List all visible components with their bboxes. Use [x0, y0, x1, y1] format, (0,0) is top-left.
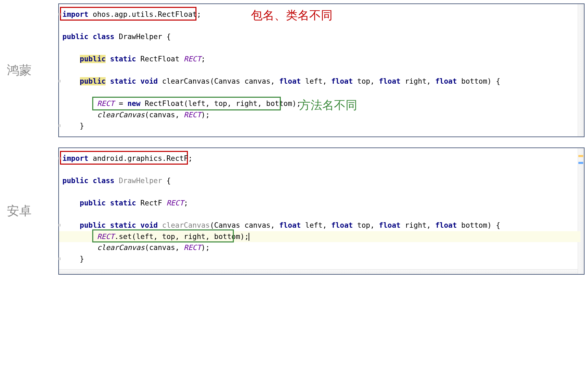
code-line: ⊟ public static void clearCanvas(Canvas … [59, 76, 580, 87]
harmony-code-box: 包名、类名不同 ⊟import ohos.agp.utils.RectFloat… [58, 3, 585, 137]
code-line: public class DrawHelper { [59, 175, 580, 187]
code-line [59, 187, 580, 198]
annotation-method-diff: 方法名不同 [299, 96, 357, 114]
comparison-container: 鸿蒙 包名、类名不同 ⊟import ohos.agp.utils.RectFl… [3, 3, 585, 275]
code-line: ⊟ public static void clearCanvas(Canvas … [59, 220, 580, 231]
code-line [59, 209, 580, 220]
code-line: ⊟import ohos.agp.utils.RectFloat; [59, 9, 580, 20]
harmony-row: 鸿蒙 包名、类名不同 ⊟import ohos.agp.utils.RectFl… [3, 3, 585, 137]
code-line: clearCanvas(canvas, RECT); [59, 242, 580, 253]
text-caret [249, 233, 249, 241]
harmony-label: 鸿蒙 [3, 62, 51, 79]
android-code-box: ⊟import android.graphics.RectF; public c… [58, 147, 585, 275]
code-line [59, 43, 580, 54]
code-line: public class DrawHelper { [59, 31, 580, 43]
code-line: ⊟ } [59, 253, 580, 265]
android-row: 安卓 ⊟import android.graphics.RectF; publi… [3, 147, 585, 275]
code-line [59, 20, 580, 32]
android-label: 安卓 [3, 203, 51, 219]
code-line: public static RectFloat RECT; [59, 53, 580, 65]
code-line: ⊟import android.graphics.RectF; [59, 153, 580, 164]
code-line: public static RectF RECT; [59, 198, 580, 209]
code-line-highlighted: RECT.set(left, top, right, bottom); [59, 231, 580, 242]
code-line [59, 65, 580, 76]
code-line [59, 164, 580, 176]
code-line: ⊟ } [59, 120, 580, 132]
